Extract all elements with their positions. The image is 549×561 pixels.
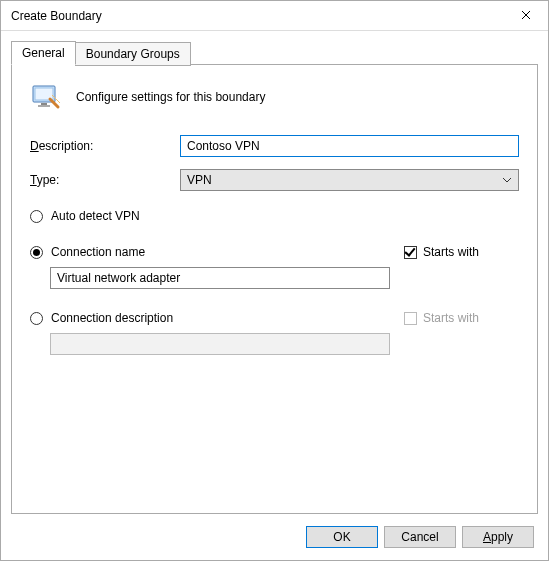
panel-header-text: Configure settings for this boundary: [76, 90, 265, 104]
connection-name-label[interactable]: Connection name: [51, 245, 145, 259]
cancel-button[interactable]: Cancel: [384, 526, 456, 548]
connection-description-label[interactable]: Connection description: [51, 311, 173, 325]
type-select-value: VPN: [187, 173, 212, 187]
cancel-button-label: Cancel: [401, 530, 438, 544]
tab-strip: General Boundary Groups: [11, 41, 538, 65]
ok-button[interactable]: OK: [306, 526, 378, 548]
panel-header: Configure settings for this boundary: [30, 81, 519, 113]
type-label: Type:: [30, 173, 180, 187]
type-row: Type: VPN: [30, 169, 519, 191]
svg-rect-2: [41, 103, 47, 105]
button-bar: OK Cancel Apply: [1, 514, 548, 560]
description-input[interactable]: [180, 135, 519, 157]
connection-name-starts-with-checkbox[interactable]: [404, 246, 417, 259]
create-boundary-dialog: Create Boundary General Boundary Groups: [0, 0, 549, 561]
tab-general-label: General: [22, 46, 65, 60]
connection-description-starts-with-label: Starts with: [423, 311, 479, 325]
apply-button-label: Apply: [483, 530, 513, 544]
chevron-down-icon: [502, 177, 512, 183]
tab-general[interactable]: General: [11, 41, 76, 65]
close-icon: [521, 9, 531, 23]
close-button[interactable]: [503, 1, 548, 31]
auto-detect-row: Auto detect VPN: [30, 209, 519, 223]
description-label: Description:: [30, 139, 180, 153]
content-area: General Boundary Groups Co: [1, 31, 548, 514]
connection-name-input[interactable]: [50, 267, 390, 289]
connection-description-radio[interactable]: [30, 312, 43, 325]
connection-description-input: [50, 333, 390, 355]
auto-detect-label[interactable]: Auto detect VPN: [51, 209, 140, 223]
connection-description-starts-with-wrap: Starts with: [404, 311, 519, 325]
connection-description-row: Connection description Starts with: [30, 311, 519, 325]
tab-boundary-groups-label: Boundary Groups: [86, 47, 180, 61]
connection-description-starts-with-checkbox: [404, 312, 417, 325]
apply-button[interactable]: Apply: [462, 526, 534, 548]
tab-boundary-groups[interactable]: Boundary Groups: [75, 42, 191, 66]
tab-panel-general: Configure settings for this boundary Des…: [11, 64, 538, 514]
auto-detect-radio[interactable]: [30, 210, 43, 223]
monitor-icon: [30, 81, 62, 113]
svg-rect-3: [38, 105, 50, 107]
connection-name-radio[interactable]: [30, 246, 43, 259]
window-title: Create Boundary: [11, 9, 503, 23]
connection-name-starts-with-label[interactable]: Starts with: [423, 245, 479, 259]
connection-name-starts-with-wrap: Starts with: [404, 245, 519, 259]
description-row: Description:: [30, 135, 519, 157]
type-select[interactable]: VPN: [180, 169, 519, 191]
ok-button-label: OK: [333, 530, 350, 544]
connection-name-row: Connection name Starts with: [30, 245, 519, 259]
titlebar: Create Boundary: [1, 1, 548, 31]
vpn-mode-group: Auto detect VPN Connection name Starts w…: [30, 209, 519, 355]
